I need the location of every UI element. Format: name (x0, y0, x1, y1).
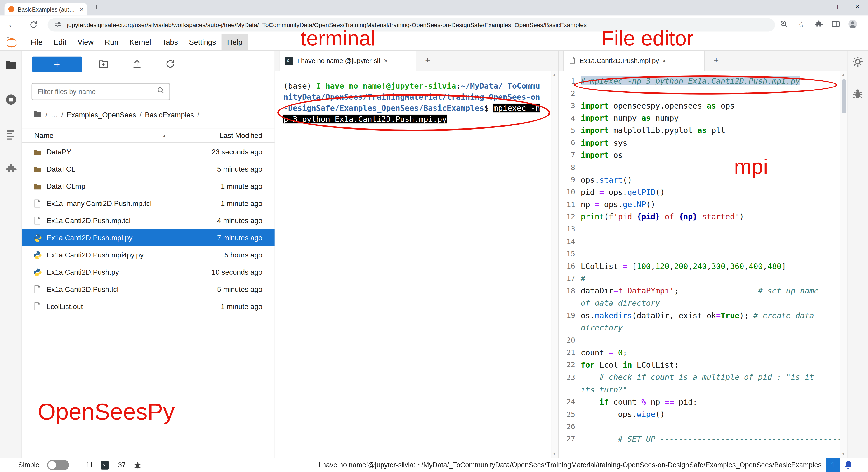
new-terminal-tab-button[interactable]: + (425, 55, 430, 65)
code-line[interactable]: 16LColList = [100,120,200,240,300,360,40… (559, 260, 840, 273)
code-line[interactable]: 25 ops.wipe() (559, 408, 840, 420)
window-maximize-button[interactable]: □ (837, 3, 841, 10)
property-inspector-gear-icon[interactable] (852, 56, 864, 67)
code-line[interactable]: 18dataDir=f'DataPYmpi'; # set up name (559, 285, 840, 297)
file-row[interactable]: Ex1a.Canti2D.Push.tcl5 minutes ago (22, 281, 275, 298)
profile-avatar[interactable] (847, 19, 858, 29)
file-row[interactable]: DataTCLmp1 minute ago (22, 178, 275, 195)
code-line[interactable]: 10pid = ops.getPID() (559, 186, 840, 198)
menu-view[interactable]: View (72, 34, 99, 51)
scrollbar-thumb[interactable] (842, 79, 846, 114)
code-line[interactable]: 21count = 0; (559, 346, 840, 359)
refresh-file-list-icon[interactable] (165, 59, 176, 69)
debugger-bug-icon[interactable] (852, 88, 864, 99)
code-line[interactable]: 17#-------------------------------------… (559, 272, 840, 285)
browser-tab[interactable]: BasicExamples (auto-j) - Jupyte × (4, 3, 88, 15)
home-folder-icon[interactable] (33, 109, 42, 120)
zoom-icon[interactable] (779, 19, 789, 29)
running-sessions-icon[interactable] (5, 94, 17, 106)
extensions-icon[interactable] (813, 19, 824, 29)
terminal-status-icon[interactable]: $_ (101, 461, 109, 469)
code-line[interactable]: 23 # check if count is a multiple of pid… (559, 371, 840, 383)
menu-run[interactable]: Run (99, 34, 124, 51)
window-minimize-button[interactable]: – (819, 3, 823, 10)
bookmark-star-icon[interactable]: ☆ (796, 19, 807, 29)
filter-files-box[interactable] (32, 83, 170, 100)
file-row[interactable]: Ex1a.Canti2D.Push.py10 seconds ago (22, 263, 275, 281)
code-line[interactable]: 7import os (559, 149, 840, 161)
terminal-scrollbar[interactable]: ▲ ▼ (551, 71, 558, 458)
file-row[interactable]: Ex1a.Canti2D.Push.mpi4py.py5 hours ago (22, 246, 275, 263)
upload-icon[interactable] (132, 59, 143, 69)
menu-edit[interactable]: Edit (48, 34, 72, 51)
sort-ascending-icon[interactable]: ▲ (162, 133, 166, 138)
code-line[interactable]: 14 (559, 235, 840, 248)
bell-icon[interactable] (843, 460, 854, 470)
code-line[interactable]: 13 (559, 223, 840, 235)
column-last-modified[interactable]: Last Modified (219, 131, 262, 139)
code-editor[interactable]: 1# mpiexec -np 3 python Ex1a.Canti2D.Pus… (559, 71, 840, 458)
code-line[interactable]: 5import matplotlib.pyplot as plt (559, 124, 840, 136)
menu-settings[interactable]: Settings (184, 34, 221, 51)
code-line[interactable]: 15 (559, 248, 840, 260)
site-info-icon[interactable] (54, 21, 62, 29)
file-row[interactable]: Ex1a.Canti2D.Push.mp.tcl4 minutes ago (22, 212, 275, 229)
code-line[interactable]: 20 (559, 334, 840, 346)
scroll-down-icon[interactable]: ▼ (553, 452, 556, 455)
menu-kernel[interactable]: Kernel (124, 34, 157, 51)
file-row[interactable]: DataTCL5 minutes ago (22, 160, 275, 178)
code-line[interactable]: 6import sys (559, 136, 840, 149)
code-line[interactable]: 27 # SET UP ----------------------------… (559, 433, 840, 445)
code-line[interactable]: 12print(f'pid {pid} of {np} started') (559, 211, 840, 223)
breadcrumb-item[interactable]: BasicExamples (145, 111, 194, 119)
code-line[interactable]: 24 if count % np == pid: (559, 396, 840, 408)
code-line[interactable]: 22for Lcol in LColList: (559, 359, 840, 371)
tab-close-icon[interactable]: × (80, 5, 84, 13)
window-close-button[interactable]: × (856, 3, 859, 10)
code-line[interactable]: 9ops.start() (559, 174, 840, 186)
editor-scrollbar[interactable]: ▲ ▼ (840, 71, 847, 458)
file-browser-tab-icon[interactable] (5, 59, 17, 71)
filter-files-input[interactable] (37, 87, 157, 96)
side-panel-icon[interactable] (830, 19, 841, 29)
code-line[interactable]: 3import openseespy.opensees as ops (559, 99, 840, 112)
new-tab-button[interactable]: + (94, 2, 99, 12)
notifications-badge[interactable]: 1 (826, 458, 840, 472)
terminal-tab[interactable]: $_ I have no name!@jupyter-sil × (280, 51, 416, 71)
scroll-up-icon[interactable]: ▲ (553, 72, 556, 76)
editor-tab[interactable]: Ex1a.Canti2D.Push.mpi.py ● (563, 51, 705, 71)
code-line[interactable]: its turn?" (559, 383, 840, 396)
back-button[interactable]: ← (8, 20, 16, 29)
breadcrumb-item[interactable]: … (51, 111, 58, 119)
breadcrumb-item[interactable]: Examples_OpenSees (66, 111, 136, 119)
extension-manager-icon[interactable] (5, 163, 17, 176)
scroll-up-icon[interactable]: ▲ (841, 72, 845, 76)
code-line[interactable]: 26 (559, 420, 840, 433)
simple-mode-toggle[interactable] (47, 460, 69, 470)
file-row[interactable]: Ex1a.Canti2D.Push.mpi.py7 minutes ago (22, 229, 275, 246)
terminal-tab-close-icon[interactable]: × (384, 57, 388, 65)
new-editor-tab-button[interactable]: + (714, 55, 719, 65)
code-line[interactable]: 19os.makedirs(dataDir, exist_ok=True); #… (559, 309, 840, 322)
kernel-bug-icon[interactable] (133, 461, 142, 469)
new-folder-icon[interactable] (98, 59, 108, 69)
file-row[interactable]: DataPY23 seconds ago (22, 143, 275, 160)
code-line[interactable]: 11np = ops.getNP() (559, 198, 840, 211)
scroll-down-icon[interactable]: ▼ (841, 452, 845, 455)
file-row[interactable]: Ex1a_many.Canti2D.Push.mp.tcl1 minute ag… (22, 195, 275, 212)
menu-help[interactable]: Help (221, 34, 248, 51)
kernels-count[interactable]: 37 (118, 461, 126, 469)
column-name[interactable]: Name (34, 131, 54, 139)
code-line[interactable]: of data directory (559, 297, 840, 309)
file-row[interactable]: LcolList.out1 minute ago (22, 298, 275, 315)
new-launcher-button[interactable]: + (32, 57, 82, 72)
menu-file[interactable]: File (25, 34, 48, 51)
table-of-contents-icon[interactable] (5, 128, 17, 140)
menu-tabs[interactable]: Tabs (157, 34, 184, 51)
code-line[interactable]: 4import numpy as numpy (559, 112, 840, 124)
unsaved-changes-dot[interactable]: ● (663, 58, 666, 64)
code-line[interactable]: directory (559, 322, 840, 334)
terminals-count[interactable]: 11 (86, 461, 93, 469)
code-line[interactable]: 8 (559, 161, 840, 174)
refresh-button[interactable] (29, 20, 38, 29)
